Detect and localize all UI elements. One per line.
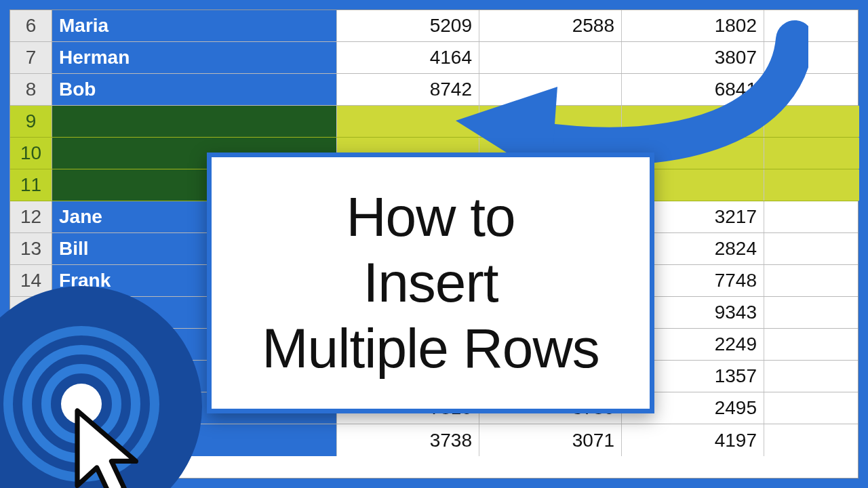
cell-value[interactable]: 8742 — [337, 74, 479, 105]
cell-value[interactable]: 1802 — [622, 10, 764, 41]
row-header[interactable] — [10, 392, 52, 424]
inserted-row[interactable]: 9 — [10, 106, 858, 138]
row-header[interactable] — [10, 424, 52, 456]
cell-empty[interactable] — [764, 329, 859, 360]
cell-value[interactable] — [337, 106, 479, 137]
thumbnail-frame: 6Maria5209258818027Herman416438078Bob874… — [0, 0, 868, 488]
title-card: How to Insert Multiple Rows — [207, 152, 654, 413]
row-header[interactable]: 11 — [10, 169, 52, 201]
cell-empty[interactable] — [764, 74, 859, 105]
row-header[interactable]: 10 — [10, 138, 52, 169]
cell-name[interactable]: Bob — [52, 74, 337, 105]
cell-value[interactable]: 2588 — [479, 10, 622, 41]
cell-value[interactable] — [479, 106, 622, 137]
title-text: How to Insert Multiple Rows — [262, 184, 599, 381]
cell-name[interactable] — [52, 424, 337, 456]
cell-empty[interactable] — [764, 424, 859, 456]
cell-name[interactable] — [52, 106, 337, 137]
cell-empty[interactable] — [764, 297, 859, 328]
cell-empty[interactable] — [764, 265, 859, 296]
cell-value[interactable]: 6841 — [622, 74, 764, 105]
cell-value[interactable]: 3807 — [622, 42, 764, 73]
cell-empty[interactable] — [764, 138, 859, 169]
table-row[interactable]: 6Maria520925881802 — [10, 10, 858, 42]
row-header[interactable] — [10, 329, 52, 360]
row-header[interactable]: 14 — [10, 265, 52, 296]
row-header[interactable]: 13 — [10, 233, 52, 264]
cell-value[interactable] — [479, 74, 622, 105]
row-header[interactable]: 6 — [10, 10, 52, 41]
cell-empty[interactable] — [764, 42, 859, 73]
cell-value[interactable]: 3738 — [337, 424, 479, 456]
table-row[interactable]: 8Bob87426841 — [10, 74, 858, 106]
cell-value[interactable]: 4197 — [622, 424, 764, 456]
row-header[interactable] — [10, 297, 52, 328]
cell-empty[interactable] — [764, 233, 859, 264]
cell-name[interactable]: Maria — [52, 10, 337, 41]
row-header[interactable]: 9 — [10, 106, 52, 137]
row-header[interactable] — [10, 361, 52, 392]
cell-empty[interactable] — [764, 169, 859, 201]
cell-value[interactable] — [479, 42, 622, 73]
title-line-3: Multiple Rows — [262, 317, 599, 379]
cell-name[interactable]: Herman — [52, 42, 337, 73]
row-header[interactable]: 8 — [10, 74, 52, 105]
row-header[interactable]: 12 — [10, 201, 52, 232]
title-line-1: How to — [346, 186, 515, 247]
title-line-2: Insert — [363, 251, 498, 313]
table-row[interactable]: 373830714197 — [10, 424, 858, 456]
cell-value[interactable]: 3071 — [479, 424, 622, 456]
cell-value[interactable]: 5209 — [337, 10, 479, 41]
table-row[interactable]: 7Herman41643807 — [10, 42, 858, 74]
cell-empty[interactable] — [764, 361, 859, 392]
cell-empty[interactable] — [764, 10, 859, 41]
row-header[interactable]: 7 — [10, 42, 52, 73]
cell-empty[interactable] — [764, 106, 859, 137]
cell-value[interactable] — [622, 106, 764, 137]
cell-empty[interactable] — [764, 392, 859, 424]
cell-empty[interactable] — [764, 201, 859, 232]
cell-value[interactable]: 4164 — [337, 42, 479, 73]
